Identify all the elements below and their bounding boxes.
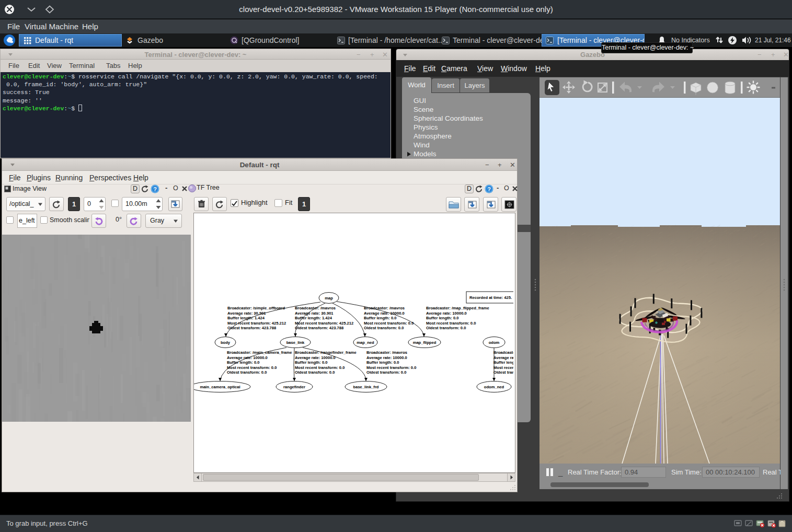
svg-text:Average rate: 10000.0: Average rate: 10000.0 [493,355,513,360]
svg-text:odom_ned: odom_ned [484,385,504,389]
svg-text:Oldest transform: 0.0: Oldest transform: 0.0 [426,326,466,330]
svg-text:main_camera_optical: main_camera_optical [200,385,240,389]
svg-text:Oldest transform: 0.0: Oldest transform: 0.0 [227,370,267,375]
svg-text:Broadcaster: /mavros: Broadcaster: /mavros [364,306,405,310]
svg-text:Recorded at time: 425.: Recorded at time: 425. [469,295,512,300]
svg-text:?: ? [487,186,491,192]
svg-text:Buffer length: 0.0: Buffer length: 0.0 [366,360,399,365]
svg-text:Average rate: 30.901: Average rate: 30.901 [295,311,334,316]
svg-text:Broadcaster: /mavros: Broadcaster: /mavros [493,350,513,355]
svg-text:Average rate: 10000.0: Average rate: 10000.0 [364,311,405,316]
svg-text:Broadcaster: /rangefinder_fram: Broadcaster: /rangefinder_frame [295,350,357,355]
svg-text:base_link: base_link [286,340,305,345]
svg-text:Most recent transform: 425.212: Most recent transform: 425.212 [227,321,286,326]
svg-text:body: body [221,340,231,345]
svg-text:map_flipped: map_flipped [413,340,437,345]
svg-text:Buffer length: 0.0: Buffer length: 0.0 [426,316,458,320]
svg-text:odom: odom [489,340,500,345]
svg-text:Average rate: 10000.0: Average rate: 10000.0 [366,355,407,360]
svg-text:Buffer length: 0.0: Buffer length: 0.0 [295,360,327,365]
svg-text:Most recent transform: 0.0: Most recent transform: 0.0 [366,365,416,370]
svg-text:Broadcaster: /mavros: Broadcaster: /mavros [295,306,336,310]
svg-text:Average rate: 10000.0: Average rate: 10000.0 [426,311,467,316]
svg-text:Buffer length: 0.0: Buffer length: 0.0 [493,360,513,365]
svg-text:Most recent transform: 0.0: Most recent transform: 0.0 [227,365,277,370]
svg-text:base_link_frd: base_link_frd [353,385,379,389]
svg-text:Most recent transform: 425.212: Most recent transform: 425.212 [295,321,353,326]
svg-text:Most recent transform: 0.0: Most recent transform: 0.0 [493,365,513,370]
svg-text:Broadcaster: /main_camera_fram: Broadcaster: /main_camera_frame [227,350,292,355]
svg-text:Broadcaster: /simple_offboard: Broadcaster: /simple_offboard [227,306,285,310]
svg-text:Oldest transform: 0.0: Oldest transform: 0.0 [295,370,335,375]
svg-text:Oldest transform: 423.788: Oldest transform: 423.788 [227,326,276,330]
svg-text:Average rate: 30.901: Average rate: 30.901 [227,311,266,316]
svg-text:Most recent transform: 0.0: Most recent transform: 0.0 [295,365,345,370]
svg-text:Buffer length: 0.0: Buffer length: 0.0 [227,360,259,365]
svg-text:?: ? [153,186,157,192]
svg-text:Average rate: 10000.0: Average rate: 10000.0 [227,355,268,360]
svg-text:Most recent transform: 0.0: Most recent transform: 0.0 [364,321,414,326]
svg-text:Oldest transform: 423.788: Oldest transform: 423.788 [295,326,343,330]
svg-text:Broadcaster: /mavros: Broadcaster: /mavros [366,350,407,355]
svg-text:Oldest transform: 0.0: Oldest transform: 0.0 [493,370,513,375]
svg-text:Oldest transform: 0.0: Oldest transform: 0.0 [364,326,404,330]
svg-text:Average rate: 10000.0: Average rate: 10000.0 [295,355,336,360]
svg-text:rangefinder: rangefinder [283,385,305,389]
svg-text:map_ned: map_ned [357,340,374,345]
svg-text:map: map [325,296,333,300]
svg-text:Buffer length: 1.424: Buffer length: 1.424 [227,316,265,320]
svg-text:Buffer length: 1.424: Buffer length: 1.424 [295,316,332,320]
svg-text:Broadcaster: /map_flipped_fram: Broadcaster: /map_flipped_frame [426,306,489,310]
svg-text:Buffer length: 0.0: Buffer length: 0.0 [364,316,396,320]
svg-text:Most recent transform: 0.0: Most recent transform: 0.0 [426,321,476,326]
svg-text:Oldest transform: 0.0: Oldest transform: 0.0 [366,370,406,375]
